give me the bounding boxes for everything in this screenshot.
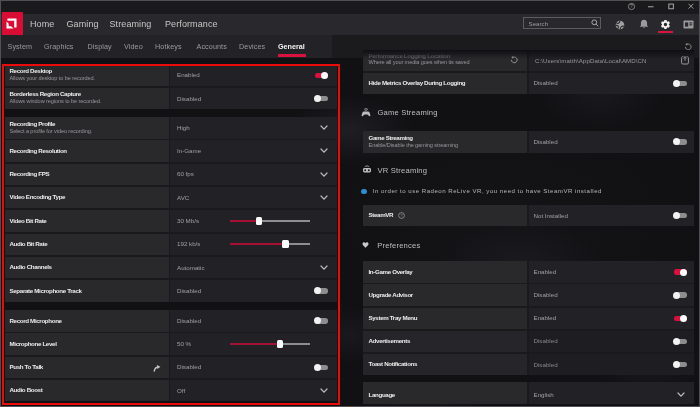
svg-text:?: ? <box>630 3 633 9</box>
svg-text:?: ? <box>400 213 403 218</box>
